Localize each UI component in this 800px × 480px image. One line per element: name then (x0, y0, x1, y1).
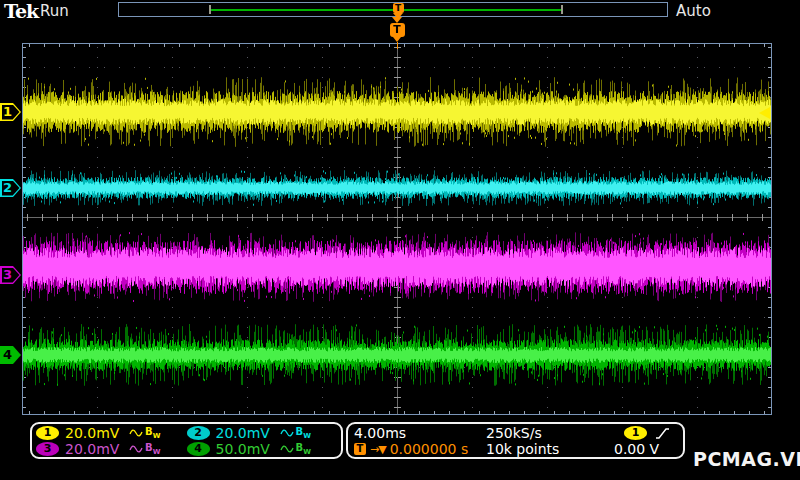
trigger-level-arrow-icon (759, 107, 770, 119)
channel-1-position-marker: 1 (0, 103, 21, 121)
trigger-source-badge: 1 (624, 426, 647, 440)
ac-coupling-icon (280, 428, 294, 438)
channel-readout-box: 1 20.0mV BW 2 20.0mV BW 3 20.0mV BW 4 50… (30, 422, 343, 459)
channel-4-position-marker: 4 (0, 346, 21, 364)
trigger-position-flag: T (389, 17, 405, 49)
channel-4-badge: 4 (187, 442, 210, 456)
trigger-source-readout: 1 (598, 425, 677, 441)
sample-rate-readout: 250kS/s (486, 425, 598, 441)
bandwidth-limit-icon: BW (145, 426, 160, 440)
trigger-t-icon: T (393, 3, 404, 13)
rising-edge-icon (655, 427, 670, 440)
trigger-mode-label: Auto (676, 2, 711, 20)
timebase-readout: 4.00ms (354, 425, 486, 441)
acquisition-preview-bar: T (118, 2, 668, 17)
channel-3-badge: 3 (36, 442, 59, 456)
bandwidth-limit-icon: BW (296, 426, 311, 440)
channel-1-badge: 1 (36, 426, 59, 440)
trigger-position-readout: T→▼0.000000 s (354, 441, 486, 457)
ac-coupling-icon (129, 428, 143, 438)
ac-coupling-icon (129, 444, 143, 454)
channel-2-badge: 2 (187, 426, 210, 440)
channel-1-scale: 20.0mV (65, 425, 123, 441)
bandwidth-limit-icon: BW (145, 442, 160, 456)
channel-4-readout: 4 50.0mV BW (187, 441, 338, 457)
channel-3-scale: 20.0mV (65, 441, 123, 457)
acquisition-waveform-line (211, 9, 561, 11)
record-length-readout: 10k points (486, 441, 598, 457)
channel-1-readout: 1 20.0mV BW (36, 425, 187, 441)
window-bracket-right (561, 5, 563, 14)
channel-4-scale: 50.0mV (216, 441, 274, 457)
trigger-t-icon: T (354, 443, 366, 455)
bandwidth-limit-icon: BW (296, 442, 311, 456)
channel-2-scale: 20.0mV (216, 425, 274, 441)
ac-coupling-icon (280, 444, 294, 454)
graticule (22, 43, 772, 415)
arrow-triangle-icons: →▼ (370, 443, 386, 456)
tek-logo: Tek (4, 0, 38, 22)
waveform-canvas (23, 44, 771, 414)
flag-stem (397, 42, 398, 49)
channel-2-readout: 2 20.0mV BW (187, 425, 338, 441)
watermark: PCMAG.VN (693, 448, 800, 470)
trigger-t-icon: T (390, 23, 405, 37)
window-bracket-left (209, 5, 211, 14)
channel-3-position-marker: 3 (0, 266, 21, 284)
channel-2-position-marker: 2 (0, 179, 21, 197)
trigger-level-readout: 0.00 V (598, 441, 677, 457)
horizontal-trigger-readout-box: 4.00ms 250kS/s 1 T→▼0.000000 s 10k point… (346, 422, 685, 459)
channel-3-readout: 3 20.0mV BW (36, 441, 187, 457)
acquisition-status: Run (40, 2, 69, 20)
